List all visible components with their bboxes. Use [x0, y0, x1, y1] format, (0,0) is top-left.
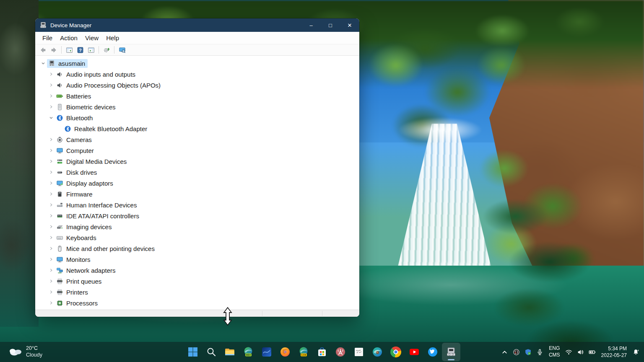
- tree-item-disk-drives[interactable]: Disk drives: [35, 167, 359, 178]
- tree-item-digital-media-devices[interactable]: Digital Media Devices: [35, 156, 359, 167]
- tree-item-realtek-bluetooth-adapter[interactable]: Realtek Bluetooth Adapter: [35, 123, 359, 134]
- tree-item-content: Processors: [55, 299, 100, 308]
- wallpaper-trees-right: [361, 25, 537, 159]
- chevron-right-icon[interactable]: [47, 82, 55, 88]
- imaging-icon: [56, 223, 63, 230]
- chevron-down-icon[interactable]: [47, 114, 55, 121]
- tree-item-print-queues[interactable]: Print queues: [35, 276, 359, 287]
- taskbar-device-manager-icon[interactable]: [442, 343, 460, 361]
- chevron-up-icon[interactable]: [499, 344, 511, 360]
- chevron-right-icon[interactable]: [47, 245, 55, 252]
- taskbar-microsoft-store-icon[interactable]: [313, 343, 331, 361]
- maximize-button[interactable]: □: [321, 18, 340, 32]
- tree-item-human-interface-devices[interactable]: Human Interface Devices: [35, 199, 359, 210]
- obs-icon[interactable]: [511, 344, 522, 360]
- taskbar-search-icon[interactable]: [202, 343, 221, 361]
- chevron-right-icon[interactable]: [47, 300, 55, 306]
- taskbar-notes-app-icon[interactable]: [350, 343, 368, 361]
- tree-item-audio-inputs-and-outputs[interactable]: Audio inputs and outputs: [35, 69, 359, 80]
- tree-item-label: Realtek Bluetooth Adapter: [74, 125, 147, 132]
- tree-item-label: Mice and other pointing devices: [66, 245, 155, 252]
- printer-icon: [56, 289, 63, 296]
- chevron-down-icon[interactable]: [39, 60, 47, 67]
- tree-item-label: Biometric devices: [66, 103, 116, 111]
- tree-item-bluetooth[interactable]: Bluetooth: [35, 112, 359, 123]
- chevron-right-icon[interactable]: [47, 289, 55, 295]
- tree-item-imaging-devices[interactable]: Imaging devices: [35, 221, 359, 232]
- taskbar-firefox-icon[interactable]: [276, 343, 294, 361]
- taskbar-blue-wave-app-icon[interactable]: [257, 343, 276, 361]
- titlebar[interactable]: Device Manager – □ ✕: [35, 18, 359, 32]
- chevron-right-icon[interactable]: [47, 223, 55, 230]
- devices-view-button[interactable]: [117, 45, 127, 54]
- tree-item-batteries[interactable]: Batteries: [35, 90, 359, 101]
- chevron-right-icon[interactable]: [47, 147, 55, 154]
- taskbar-edge-dev-icon[interactable]: DEV: [239, 343, 257, 361]
- taskbar-radio-app-icon[interactable]: [331, 343, 350, 361]
- resize-vertical-cursor-icon: [222, 307, 233, 326]
- taskbar-chrome-icon[interactable]: [387, 343, 405, 361]
- notification-bell-icon[interactable]: z: [630, 344, 641, 360]
- chevron-right-icon[interactable]: [47, 180, 55, 186]
- taskbar-youtube-icon[interactable]: [405, 343, 423, 361]
- show-action-pane-button[interactable]: [86, 45, 96, 54]
- chevron-right-icon[interactable]: [47, 71, 55, 78]
- chevron-right-icon[interactable]: [47, 256, 55, 263]
- menu-file[interactable]: File: [39, 33, 56, 43]
- volume-icon[interactable]: [575, 344, 587, 360]
- taskbar-twitter-icon[interactable]: [423, 343, 442, 361]
- tree-item-computer[interactable]: Computer: [35, 145, 359, 156]
- chevron-right-icon[interactable]: [47, 93, 55, 99]
- battery-icon[interactable]: [587, 344, 598, 360]
- chevron-right-icon[interactable]: [47, 158, 55, 165]
- chevron-right-icon[interactable]: [47, 212, 55, 219]
- tree-item-mice-and-other-pointing-devices[interactable]: Mice and other pointing devices: [35, 243, 359, 254]
- fingerprint-icon: [56, 103, 63, 111]
- weather-widget[interactable]: 20°C Cloudy: [5, 342, 46, 362]
- weather-condition: Cloudy: [26, 352, 42, 359]
- microphone-icon[interactable]: [534, 344, 546, 360]
- close-button[interactable]: ✕: [340, 18, 359, 32]
- network-icon: [56, 267, 63, 274]
- tree-item-audio-processing-objects-apos[interactable]: Audio Processing Objects (APOs): [35, 80, 359, 90]
- tree-item-processors[interactable]: Processors: [35, 297, 359, 308]
- back-button[interactable]: [38, 45, 48, 54]
- menu-view[interactable]: View: [81, 33, 102, 43]
- taskbar-file-explorer-icon[interactable]: [221, 343, 239, 361]
- chevron-right-icon[interactable]: [47, 278, 55, 284]
- tree-item-monitors[interactable]: Monitors: [35, 254, 359, 265]
- tree-item-asusmain[interactable]: asusmain: [35, 58, 359, 69]
- tree-item-keyboards[interactable]: Keyboards: [35, 232, 359, 243]
- menu-help[interactable]: Help: [102, 33, 123, 43]
- tree-item-label: Processors: [66, 300, 98, 307]
- language-indicator[interactable]: ENG CMS: [546, 345, 563, 358]
- menu-action[interactable]: Action: [56, 33, 81, 43]
- tree-item-cameras[interactable]: Cameras: [35, 134, 359, 145]
- tree-item-printers[interactable]: Printers: [35, 287, 359, 297]
- chevron-right-icon[interactable]: [47, 169, 55, 176]
- taskbar-edge-beta-icon[interactable]: [368, 343, 387, 361]
- minimize-button[interactable]: –: [301, 18, 321, 32]
- tree-item-label: Print queues: [66, 278, 101, 285]
- chevron-right-icon[interactable]: [47, 103, 55, 110]
- chevron-right-icon[interactable]: [47, 267, 55, 274]
- tree-item-firmware[interactable]: Firmware: [35, 189, 359, 199]
- taskbar-start-icon[interactable]: [184, 343, 202, 361]
- chevron-right-icon[interactable]: [47, 136, 55, 143]
- windows-security-icon[interactable]: [522, 344, 534, 360]
- chevron-right-icon[interactable]: [47, 234, 55, 241]
- help-button[interactable]: ?: [75, 45, 85, 54]
- scan-hardware-changes-button[interactable]: [101, 45, 112, 54]
- chevron-right-icon[interactable]: [47, 202, 55, 208]
- tree-item-biometric-devices[interactable]: Biometric devices: [35, 101, 359, 112]
- tree-item-network-adapters[interactable]: Network adapters: [35, 265, 359, 276]
- wifi-icon[interactable]: [563, 344, 575, 360]
- taskbar-edge-canary-icon[interactable]: CAN: [294, 343, 313, 361]
- clock[interactable]: 5:34 PM 2022-05-27: [599, 345, 629, 359]
- tree-item-display-adaptors[interactable]: Display adaptors: [35, 178, 359, 189]
- chevron-right-icon[interactable]: [47, 191, 55, 197]
- show-console-tree-button[interactable]: [64, 45, 74, 54]
- tree-item-ide-ata-atapi-controllers[interactable]: IDE ATA/ATAPI controllers: [35, 210, 359, 221]
- battery-icon: [56, 93, 63, 100]
- forward-button[interactable]: [49, 45, 59, 54]
